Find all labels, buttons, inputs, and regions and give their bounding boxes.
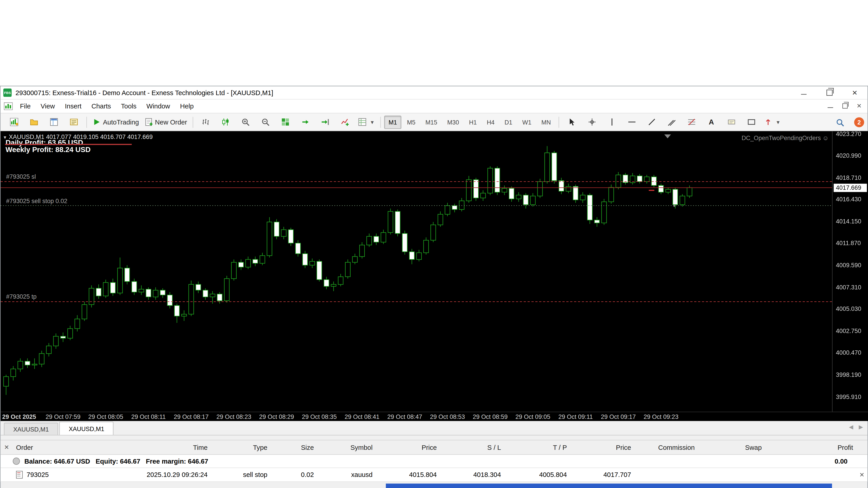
crosshair-tool-button[interactable] [582,115,601,129]
horizontal-line-tool-button[interactable] [622,115,641,129]
chart-tab-1[interactable]: XAUUSD,M1 [59,422,114,435]
column-header-order[interactable]: Order [13,444,123,451]
timeframe-m30-button[interactable]: M30 [443,116,464,129]
app-icon: FBS [3,89,12,97]
restore-button[interactable] [816,86,842,99]
trendline-tool-button[interactable] [642,115,661,129]
fibonacci-tool-button[interactable] [682,115,701,129]
mdi-minimize-button[interactable] [825,101,835,110]
close-button[interactable]: ✕ [842,86,868,99]
timeframe-h4-button[interactable]: H4 [483,116,499,129]
balance-row[interactable]: Balance: 646.67 USD Equity: 646.67 Free … [0,455,867,468]
column-header-commission[interactable]: Commission [633,444,697,451]
time-axis-label: 29 Oct 08:17 [174,413,209,420]
price-axis-label: 3998.190 [836,371,861,378]
label-tool-button[interactable] [722,115,741,129]
horizontal-line-icon [627,118,636,126]
chart-shift-button[interactable] [316,115,335,129]
timeframe-m5-button[interactable]: M5 [403,116,420,129]
menu-item-file[interactable]: File [15,101,35,112]
column-header-profit[interactable]: Profit [764,444,855,451]
channel-tool-button[interactable] [662,115,681,129]
chart-tab-0[interactable]: XAUUSD,M1 [4,423,58,435]
timeframe-w1-button[interactable]: W1 [518,116,536,129]
time-axis-label: 29 Oct 08:05 [88,413,123,420]
profiles-button[interactable] [24,115,43,129]
ea-name-label: DC_OpenTwoPendingOrders ☺ [742,134,829,141]
menu-item-window[interactable]: Window [142,101,175,112]
bar-chart-button[interactable] [196,115,215,129]
indicators-button[interactable] [336,115,355,129]
price-scale[interactable]: 4017.669 4023.2704020.9904018.7104016.43… [832,131,868,412]
mdi-close-button[interactable]: ✕ [854,101,864,110]
mdi-restore-button[interactable] [840,101,850,110]
shapes-tool-button[interactable] [742,115,761,129]
menu-item-insert[interactable]: Insert [60,101,87,112]
order-row[interactable]: 793025 2025.10.29 09:26:24 sell stop 0.0… [0,468,867,482]
candlestick-button[interactable] [216,115,235,129]
templates-dropdown-button[interactable]: ▼ [356,115,377,129]
market-watch-button[interactable] [44,115,63,129]
column-header-swap[interactable]: Swap [697,444,764,451]
panel-splitter[interactable] [0,435,867,440]
notification-badge[interactable]: 2 [854,117,864,127]
search-button[interactable] [830,115,849,129]
time-axis-label: 29 Oct 08:35 [302,413,337,420]
column-header-tp[interactable]: T / P [503,444,569,451]
minimize-button[interactable] [791,86,817,99]
tabs-scroll-left-icon[interactable]: ◀ [849,424,853,430]
taskbar-edge [386,484,832,488]
order-id: 793025 [27,471,49,479]
toolbar: AutoTrading New Order ▼ M1M5M15M30H1H4D1… [0,113,867,131]
chart-surface[interactable] [0,131,832,412]
menu-item-charts[interactable]: Charts [86,101,116,112]
column-header-type[interactable]: Type [210,444,270,451]
cursor-tool-button[interactable] [562,115,581,129]
new-chart-button[interactable] [4,115,23,129]
timeframe-mn-button[interactable]: MN [537,116,555,129]
column-header-price2[interactable]: Price [569,444,633,451]
tabs-scroll-right-icon[interactable]: ▶ [859,424,863,430]
template-icon [358,118,366,126]
order-symbol: xauusd [316,471,375,479]
column-header-size[interactable]: Size [270,444,316,451]
mdi-restore-icon [842,103,847,108]
menu-item-help[interactable]: Help [175,101,199,112]
autotrading-button[interactable]: AutoTrading [90,115,141,129]
navigator-button[interactable] [64,115,83,129]
time-axis-label: 29 Oct 08:11 [131,413,166,420]
price-axis-label: 4005.030 [836,305,861,312]
timeframe-d1-button[interactable]: D1 [500,116,517,129]
bar-chart-icon [202,118,210,126]
price-axis-label: 4018.710 [836,174,861,181]
column-header-price[interactable]: Price [375,444,439,451]
timeframe-m15-button[interactable]: M15 [421,116,442,129]
time-axis[interactable]: 29 Oct 202529 Oct 07:5929 Oct 08:0529 Oc… [0,412,868,421]
tile-windows-button[interactable] [276,115,295,129]
timeframe-m1-button[interactable]: M1 [384,116,401,129]
zoom-in-button[interactable] [237,115,255,129]
vertical-line-tool-button[interactable] [602,115,621,129]
menu-items: FileViewInsertChartsToolsWindowHelp [15,101,199,112]
column-header-sl[interactable]: S / L [439,444,503,451]
menu-item-tools[interactable]: Tools [116,101,142,112]
text-tool-button[interactable]: A [702,115,721,129]
arrows-tool-dropdown-button[interactable]: ▼ [762,115,783,129]
timeframe-h1-button[interactable]: H1 [465,116,481,129]
new-order-label: New Order [155,118,187,126]
terminal-close-button[interactable]: ✕ [0,444,13,451]
new-order-button[interactable]: New Order [142,115,189,129]
column-header-time[interactable]: Time [123,444,210,451]
auto-scroll-button[interactable] [296,115,315,129]
label-icon [727,118,736,126]
chart-shift-icon [321,118,330,126]
column-header-symbol[interactable]: Symbol [316,444,375,451]
zoom-out-button[interactable] [256,115,275,129]
fibonacci-icon [687,118,696,126]
menu-item-view[interactable]: View [36,101,60,112]
terminal-header-row: ✕ Order Time Type Size Symbol Price S / … [0,440,867,455]
mt4-window: FBS 293000715: Exness-Trial16 - Demo Acc… [0,86,868,488]
current-price-tag: 4017.669 [834,184,867,192]
close-icon: ✕ [852,89,858,96]
delete-order-button[interactable]: ✕ [855,471,868,478]
